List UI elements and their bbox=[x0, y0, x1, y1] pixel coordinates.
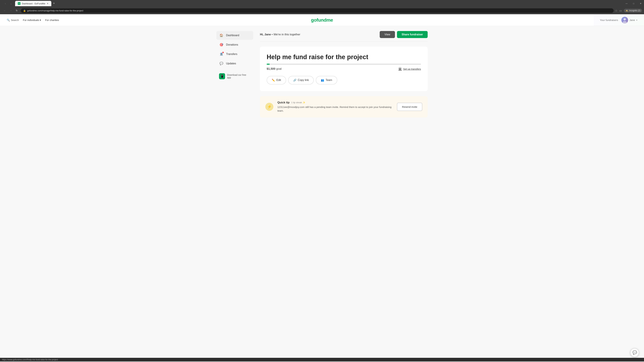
sidebar-toggle-icon[interactable]: ▭ bbox=[619, 9, 622, 12]
avatar bbox=[621, 17, 628, 23]
donations-icon: 🎯 bbox=[219, 42, 224, 47]
sidebar-dashboard-label: Dashboard bbox=[226, 34, 239, 37]
edit-label: Edit bbox=[276, 79, 281, 82]
download-app-label: Download our free app bbox=[227, 73, 250, 79]
logo-text: gofundme bbox=[311, 17, 333, 23]
incognito-button[interactable]: 🕵 Incognito (2) bbox=[624, 9, 642, 12]
share-fundraiser-button[interactable]: Share fundraiser bbox=[397, 31, 428, 38]
for-individuals-nav-item[interactable]: For individuals ▾ bbox=[23, 18, 41, 22]
progress-bar-fill bbox=[267, 64, 270, 65]
goal-text: $1,500 goal bbox=[267, 67, 282, 70]
sidebar: 🏠 Dashboard 🎯 Donations 🏦 Transfers 💬 Up… bbox=[216, 31, 256, 117]
greeting-name: Hi, Jane bbox=[260, 33, 271, 36]
home-icon: 🏠 bbox=[219, 33, 224, 38]
user-menu[interactable]: Jane ▾ bbox=[621, 17, 637, 23]
svg-point-1 bbox=[624, 18, 626, 20]
tip-title: Quick tip bbox=[278, 101, 290, 104]
tab-favicon: G bbox=[18, 2, 20, 5]
copy-link-icon: 🔗 bbox=[293, 79, 296, 82]
team-icon: 👥 bbox=[321, 79, 324, 82]
tab-title: Dashboard - GoFundMe bbox=[22, 2, 45, 5]
reload-button[interactable]: ↻ bbox=[14, 8, 20, 13]
transfers-notification-dot bbox=[222, 52, 224, 53]
incognito-icon: 🕵 bbox=[626, 9, 628, 12]
sidebar-donations-label: Donations bbox=[226, 43, 238, 46]
sidebar-item-donations[interactable]: 🎯 Donations bbox=[216, 40, 253, 49]
user-name-label: Jane bbox=[630, 18, 635, 21]
status-bar: https://www.gofundme.com/f/help-me-fund-… bbox=[0, 358, 644, 362]
header-actions: View Share fundraiser bbox=[380, 31, 428, 38]
fundraiser-title: Help me fund raise for the project bbox=[267, 53, 421, 61]
streak-label: 1 tip streak bbox=[291, 101, 302, 104]
close-button[interactable]: ✕ bbox=[637, 1, 644, 6]
your-fundraisers-link[interactable]: Your fundraisers bbox=[600, 18, 618, 21]
for-charities-nav-item[interactable]: For charities bbox=[45, 18, 59, 21]
view-button[interactable]: View bbox=[380, 31, 395, 38]
search-nav-item[interactable]: 🔍 Search bbox=[7, 18, 19, 22]
sidebar-item-transfers[interactable]: 🏦 Transfers bbox=[216, 50, 253, 58]
greeting-separator: • bbox=[272, 33, 274, 36]
chat-icon: 💬 bbox=[632, 351, 637, 355]
search-icon: 🔍 bbox=[7, 18, 10, 22]
bank-icon: 🏛 bbox=[398, 67, 402, 71]
incognito-label: Incognito (2) bbox=[629, 9, 640, 12]
tip-content: Quick tip 1 tip streak ✨ 12311ee@moodjoy… bbox=[278, 101, 393, 113]
main-content: Hi, Jane • We're in this together View S… bbox=[256, 31, 428, 117]
chat-button[interactable]: 💬 bbox=[630, 348, 639, 357]
maximize-button[interactable]: □ bbox=[630, 1, 637, 6]
streak-icon: ✨ bbox=[302, 101, 305, 104]
edit-icon: ✏️ bbox=[272, 79, 275, 82]
updates-icon: 💬 bbox=[219, 61, 224, 66]
team-button[interactable]: 👥 Team bbox=[316, 76, 337, 84]
tab-prev-button[interactable]: ‹ bbox=[3, 1, 8, 6]
sidebar-updates-label: Updates bbox=[226, 62, 236, 65]
copy-link-label: Copy link bbox=[298, 79, 309, 82]
user-menu-chevron-icon: ▾ bbox=[636, 19, 637, 21]
for-individuals-chevron-icon: ▾ bbox=[40, 18, 41, 22]
back-button[interactable]: ← bbox=[2, 8, 8, 13]
forward-button[interactable]: → bbox=[8, 8, 14, 13]
transfers-icon: 🏦 bbox=[219, 52, 224, 56]
download-app-section[interactable]: 📱 Download our free app bbox=[216, 71, 253, 81]
progress-bar-container bbox=[267, 64, 421, 65]
fundraiser-card: Help me fund raise for the project $1,50… bbox=[260, 46, 428, 91]
tip-header: Quick tip 1 tip streak ✨ bbox=[278, 101, 393, 104]
resend-invite-button[interactable]: Resend invite bbox=[397, 103, 422, 111]
active-tab[interactable]: G Dashboard - GoFundMe ✕ bbox=[15, 1, 51, 6]
for-individuals-label: For individuals bbox=[23, 18, 39, 21]
sidebar-item-updates[interactable]: 💬 Updates bbox=[216, 59, 253, 68]
quick-tip-card: ⚡ Quick tip 1 tip streak ✨ 12311ee@moodj… bbox=[260, 96, 428, 117]
search-label: Search bbox=[11, 18, 19, 21]
fundraiser-meta: $1,500 goal 🏛 Set up transfers bbox=[267, 67, 421, 71]
url-display: gofundme.com/manage/help-me-fund-raise-f… bbox=[27, 9, 83, 12]
sidebar-transfers-label: Transfers bbox=[226, 53, 237, 56]
site-logo[interactable]: gofundme bbox=[311, 17, 333, 23]
sidebar-item-dashboard[interactable]: 🏠 Dashboard bbox=[216, 31, 253, 40]
setup-transfers-link[interactable]: 🏛 Set up transfers bbox=[398, 67, 421, 71]
bookmark-icon[interactable]: ☆ bbox=[615, 9, 617, 12]
new-tab-button[interactable]: + bbox=[51, 1, 56, 6]
greeting-text: Hi, Jane • We're in this together bbox=[260, 33, 300, 36]
tip-message: 12311ee@moodjoy.com still has a pending … bbox=[278, 105, 393, 113]
goal-label: goal bbox=[276, 67, 282, 70]
app-store-icon: 📱 bbox=[219, 73, 225, 79]
tab-close-button[interactable]: ✕ bbox=[46, 2, 49, 5]
for-charities-label: For charities bbox=[45, 18, 59, 21]
team-label: Team bbox=[326, 79, 332, 82]
tab-list-button[interactable]: ⌄ bbox=[8, 1, 14, 6]
edit-button[interactable]: ✏️ Edit bbox=[267, 76, 286, 84]
setup-transfers-label: Set up transfers bbox=[403, 67, 421, 70]
action-buttons: ✏️ Edit 🔗 Copy link 👥 Team bbox=[267, 76, 421, 84]
status-url: https://www.gofundme.com/f/help-me-fund-… bbox=[2, 359, 58, 361]
quick-tip-icon: ⚡ bbox=[265, 103, 273, 111]
dashboard-header: Hi, Jane • We're in this together View S… bbox=[260, 31, 428, 41]
lightning-icon: ⚡ bbox=[267, 105, 272, 109]
greeting-subtitle: We're in this together bbox=[274, 33, 300, 36]
tip-streak: 1 tip streak ✨ bbox=[291, 101, 306, 104]
minimize-button[interactable]: — bbox=[623, 1, 630, 6]
address-bar[interactable]: 🔒 gofundme.com/manage/help-me-fund-raise… bbox=[21, 8, 614, 13]
site-nav: 🔍 Search For individuals ▾ For charities… bbox=[0, 14, 644, 26]
copy-link-button[interactable]: 🔗 Copy link bbox=[288, 76, 314, 84]
goal-amount: $1,500 bbox=[267, 67, 276, 70]
